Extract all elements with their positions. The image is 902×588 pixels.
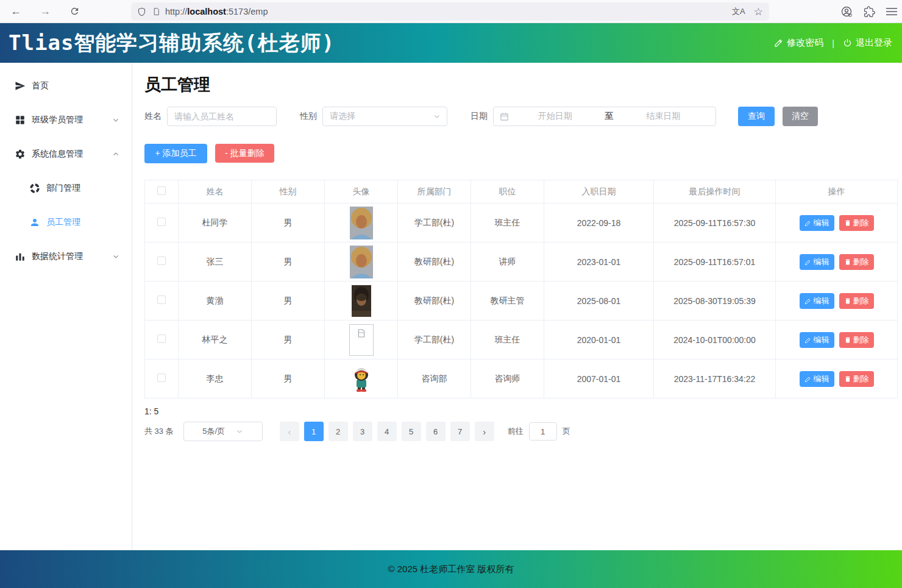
cell-entry-date: 2007-01-01 bbox=[544, 360, 654, 398]
edit-button[interactable]: 编辑 bbox=[800, 371, 834, 387]
extensions-puzzle-icon[interactable] bbox=[864, 6, 875, 18]
total-count: 共 33 条 bbox=[144, 426, 174, 437]
cell-dept: 咨询部 bbox=[398, 360, 471, 398]
forward-icon[interactable]: → bbox=[35, 2, 55, 21]
cell-job: 教研主管 bbox=[471, 282, 544, 321]
pencil-icon bbox=[774, 38, 783, 48]
sidebar-item-home[interactable]: 首页 bbox=[0, 69, 132, 103]
delete-button[interactable]: 删除 bbox=[839, 254, 874, 270]
change-password-link[interactable]: 修改密码 bbox=[774, 37, 823, 49]
sidebar-item-class-student[interactable]: 班级学员管理 bbox=[0, 103, 132, 137]
row-checkbox[interactable] bbox=[157, 218, 166, 226]
row-checkbox[interactable] bbox=[157, 335, 166, 343]
delete-button[interactable]: 删除 bbox=[839, 293, 874, 309]
pagination-bar: 共 33 条 5条/页 ‹ 1 2 3 4 5 6 7 › 前往 页 bbox=[144, 422, 897, 441]
sidebar-item-label: 数据统计管理 bbox=[32, 251, 112, 262]
translate-icon[interactable]: 文A bbox=[732, 6, 745, 17]
cell-name: 李忠 bbox=[179, 360, 252, 398]
edit-button[interactable]: 编辑 bbox=[800, 215, 834, 231]
goto-page-unit: 页 bbox=[563, 426, 570, 437]
page-size-select[interactable]: 5条/页 bbox=[183, 422, 263, 441]
cell-gender: 男 bbox=[252, 204, 325, 243]
table-row: 杜同学 男 学工部(杜) 班主任 2022-09-18 2025-09-11T1… bbox=[145, 204, 898, 243]
sidebar-item-label: 员工管理 bbox=[46, 217, 119, 228]
date-range-picker[interactable]: 开始日期 至 结束日期 bbox=[493, 107, 716, 126]
page-button[interactable]: 5 bbox=[402, 422, 421, 441]
page-button[interactable]: 6 bbox=[426, 422, 446, 441]
hamburger-menu-icon[interactable] bbox=[886, 7, 897, 16]
sidebar: 首页 班级学员管理 系统信息管理 部门管理 员工管理 数据统计管理 bbox=[0, 63, 132, 550]
sidebar-item-stats[interactable]: 数据统计管理 bbox=[0, 239, 132, 274]
page-button[interactable]: 1 bbox=[304, 422, 324, 441]
page-button[interactable]: 7 bbox=[450, 422, 470, 441]
sidebar-item-label: 系统信息管理 bbox=[32, 149, 112, 160]
batch-delete-button[interactable]: - 批量删除 bbox=[215, 144, 274, 163]
broken-image-placeholder bbox=[349, 324, 374, 356]
col-header-operation: 操作 bbox=[776, 180, 898, 204]
delete-button[interactable]: 删除 bbox=[839, 332, 874, 348]
edit-button[interactable]: 编辑 bbox=[800, 332, 834, 348]
cell-entry-date: 2020-01-01 bbox=[544, 321, 654, 360]
browser-chrome: ← → http://localhost:5173/emp 文A ☆ bbox=[0, 0, 902, 23]
cell-gender: 男 bbox=[252, 321, 325, 360]
page-button[interactable]: 4 bbox=[377, 422, 397, 441]
row-checkbox[interactable] bbox=[157, 296, 166, 304]
sidebar-item-emp[interactable]: 员工管理 bbox=[0, 205, 132, 239]
page-button[interactable]: 3 bbox=[353, 422, 372, 441]
app-header: Tlias智能学习辅助系统(杜老师) 修改密码 | 退出登录 bbox=[0, 23, 902, 63]
page-title: 员工管理 bbox=[144, 74, 897, 96]
pencil-icon bbox=[804, 336, 812, 344]
chevron-down-icon bbox=[236, 428, 243, 435]
trash-icon bbox=[844, 336, 851, 344]
col-header-job: 职位 bbox=[471, 180, 544, 204]
chevron-down-icon bbox=[112, 253, 119, 260]
bookmark-star-icon[interactable]: ☆ bbox=[754, 5, 763, 18]
gender-filter-label: 性别 bbox=[300, 111, 317, 122]
cell-gender: 男 bbox=[252, 360, 325, 398]
gear-icon bbox=[15, 149, 26, 160]
gender-filter-select[interactable]: 请选择 bbox=[322, 107, 447, 126]
url-bar[interactable]: http://localhost:5173/emp 文A ☆ bbox=[131, 2, 769, 21]
col-header-avatar: 头像 bbox=[325, 180, 398, 204]
chevron-down-icon bbox=[112, 116, 119, 124]
logout-label: 退出登录 bbox=[856, 37, 892, 49]
sidebar-item-label: 部门管理 bbox=[46, 183, 119, 194]
account-icon[interactable] bbox=[840, 5, 853, 18]
cell-entry-date: 2025-08-01 bbox=[544, 282, 654, 321]
copyright-text: © 2025 杜老师工作室 版权所有 bbox=[388, 564, 514, 575]
clear-button[interactable]: 清空 bbox=[783, 107, 818, 126]
cell-gender: 男 bbox=[252, 243, 325, 282]
cell-update-time: 2025-09-11T16:57:01 bbox=[654, 243, 776, 282]
cell-dept: 教研部(杜) bbox=[398, 282, 471, 321]
sidebar-item-system-info[interactable]: 系统信息管理 bbox=[0, 137, 132, 171]
back-icon[interactable]: ← bbox=[6, 2, 26, 21]
cell-entry-date: 2023-01-01 bbox=[544, 243, 654, 282]
search-button[interactable]: 查询 bbox=[738, 107, 775, 126]
pencil-icon bbox=[804, 375, 812, 383]
delete-button[interactable]: 删除 bbox=[839, 371, 874, 387]
refresh-icon[interactable] bbox=[65, 2, 84, 21]
row-checkbox[interactable] bbox=[157, 257, 166, 265]
edit-button[interactable]: 编辑 bbox=[800, 293, 834, 309]
edit-button[interactable]: 编辑 bbox=[800, 254, 834, 270]
start-date-placeholder[interactable]: 开始日期 bbox=[509, 111, 602, 122]
shield-icon bbox=[137, 7, 146, 17]
row-checkbox[interactable] bbox=[157, 374, 166, 382]
broken-image-icon bbox=[357, 328, 366, 338]
cell-name: 张三 bbox=[179, 243, 252, 282]
logout-link[interactable]: 退出登录 bbox=[843, 37, 892, 49]
cell-update-time: 2023-11-17T16:34:22 bbox=[654, 360, 776, 398]
gender-placeholder: 请选择 bbox=[330, 111, 355, 122]
end-date-placeholder[interactable]: 结束日期 bbox=[617, 111, 710, 122]
page-button[interactable]: 2 bbox=[328, 422, 348, 441]
add-employee-button[interactable]: + 添加员工 bbox=[144, 144, 207, 163]
cell-dept: 学工部(杜) bbox=[398, 204, 471, 243]
goto-page-input[interactable] bbox=[529, 422, 557, 441]
prev-page-button[interactable]: ‹ bbox=[280, 422, 299, 441]
select-all-checkbox[interactable] bbox=[157, 186, 166, 195]
sidebar-item-dept[interactable]: 部门管理 bbox=[0, 171, 132, 205]
delete-button[interactable]: 删除 bbox=[839, 215, 874, 231]
name-filter-input[interactable] bbox=[174, 112, 269, 121]
avatar bbox=[325, 285, 397, 317]
next-page-button[interactable]: › bbox=[475, 422, 494, 441]
